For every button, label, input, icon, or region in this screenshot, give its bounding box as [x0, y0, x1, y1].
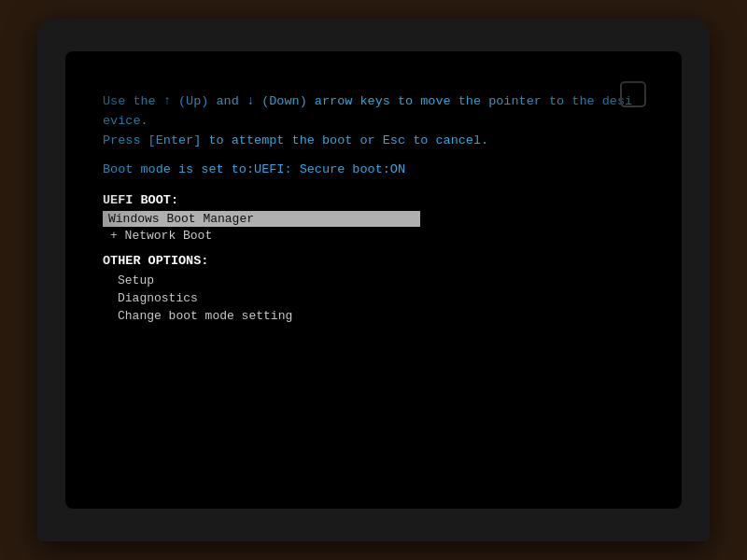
- uefi-header-label: UEFI BOOT:: [103, 193, 178, 207]
- uefi-item-network-label: + Network Boot: [110, 229, 212, 243]
- other-item-setup[interactable]: Setup: [103, 272, 644, 289]
- screen: Use the ↑ (Up) and ↓ (Down) arrow keys t…: [84, 70, 663, 490]
- setup-label: Setup: [118, 273, 154, 287]
- instruction-line-3: Press [Enter] to attempt the boot or Esc…: [103, 133, 488, 147]
- laptop-frame: Use the ↑ (Up) and ↓ (Down) arrow keys t…: [37, 19, 710, 541]
- uefi-boot-list: Windows Boot Manager + Network Boot: [103, 211, 644, 245]
- boot-mode-setting-label: Change boot mode setting: [118, 309, 292, 323]
- other-options-list: Setup Diagnostics Change boot mode setti…: [103, 272, 644, 325]
- instruction-line-1: Use the ↑ (Up) and ↓ (Down) arrow keys t…: [103, 94, 632, 108]
- uefi-item-network[interactable]: + Network Boot: [103, 227, 644, 245]
- uefi-boot-header: UEFI BOOT:: [103, 193, 644, 207]
- other-item-diagnostics[interactable]: Diagnostics: [103, 289, 644, 307]
- diagnostics-label: Diagnostics: [118, 291, 198, 305]
- uefi-item-windows[interactable]: Windows Boot Manager: [103, 211, 420, 227]
- instruction-text: Use the ↑ (Up) and ↓ (Down) arrow keys t…: [103, 92, 644, 151]
- other-item-boot-mode[interactable]: Change boot mode setting: [103, 307, 644, 325]
- boot-mode-value: Boot mode is set to:UEFI: Secure boot:ON: [103, 162, 405, 176]
- window-icon: [620, 81, 646, 107]
- boot-mode-text: Boot mode is set to:UEFI: Secure boot:ON: [103, 161, 644, 180]
- other-options-header: OTHER OPTIONS:: [103, 254, 644, 268]
- instruction-line-2: evice.: [103, 114, 148, 128]
- other-header-label: OTHER OPTIONS:: [103, 254, 208, 268]
- screen-bezel: Use the ↑ (Up) and ↓ (Down) arrow keys t…: [65, 51, 682, 509]
- uefi-item-windows-label: Windows Boot Manager: [108, 212, 254, 226]
